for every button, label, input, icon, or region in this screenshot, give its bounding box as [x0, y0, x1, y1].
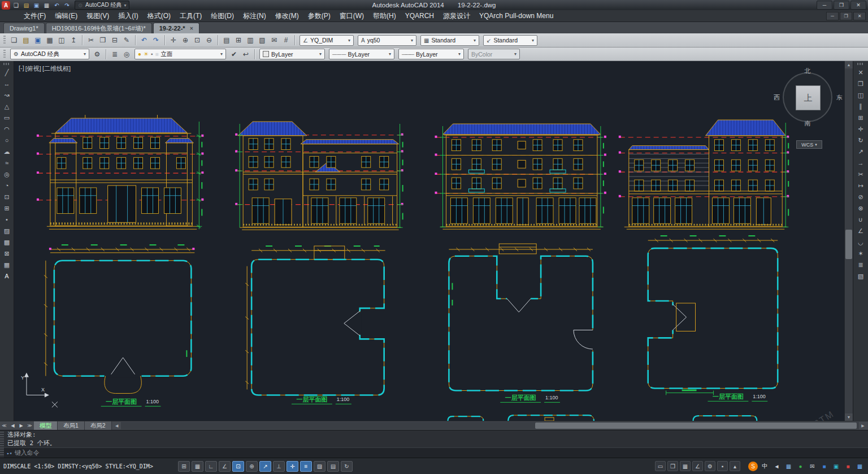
workspace-switching-icon[interactable]: ⚙ [705, 461, 715, 471]
markup-icon[interactable]: ✉ [268, 35, 280, 46]
app-blue-icon[interactable]: ■ [819, 462, 829, 471]
prev-layout-icon[interactable]: ◀ [8, 421, 17, 430]
layer-on-bulb-icon[interactable]: ● [138, 51, 141, 57]
tab-layout1[interactable]: 布局1 [58, 421, 85, 430]
scroll-left-icon[interactable]: ◀ [113, 422, 121, 429]
cut-icon[interactable]: ✂ [85, 35, 97, 46]
drawing-elevation-4[interactable] [619, 120, 789, 229]
zoom-realtime-icon[interactable]: ⊕ [180, 35, 191, 46]
text-style-combo[interactable]: A yq50 [358, 35, 416, 46]
qat-undo-icon[interactable]: ↶ [52, 1, 62, 10]
command-window-grip[interactable] [0, 432, 4, 456]
command-input[interactable]: ▸▾ 键入命令 [4, 447, 868, 458]
toolbar-grip[interactable] [857, 63, 864, 65]
first-layout-icon[interactable]: ≪ [0, 421, 8, 430]
gradient-icon[interactable]: ▩ [2, 237, 12, 247]
vertical-scrollbar[interactable]: ▲ ▼ [844, 61, 853, 421]
layer-lock-icon[interactable]: ▪ [151, 51, 153, 57]
menu-yqarch-pulldown[interactable]: YQArch Pull-down Menu [475, 10, 558, 21]
ellipse-arc-icon[interactable]: ◔ [2, 180, 12, 191]
tab-model[interactable]: 模型 [34, 421, 58, 430]
viewcube-north-label[interactable]: 北 [778, 67, 837, 75]
create-block-icon[interactable]: ⊞ [2, 203, 12, 213]
tab-19-2-22[interactable]: 19-2-22-*✕ [153, 23, 200, 33]
linetype-combo[interactable]: — — — ByLayer [329, 49, 394, 59]
speaker-icon[interactable]: ◄ [772, 462, 782, 471]
mirror-icon[interactable]: ◫ [856, 90, 866, 100]
break-icon[interactable]: ⊗ [856, 203, 866, 213]
menu-dimension[interactable]: 标注(N) [238, 10, 271, 21]
command-window[interactable]: 选择对象: 已提取 2 个环。 ▸▾ 键入命令 [0, 430, 868, 458]
autocad-logo-icon[interactable]: A [2, 1, 10, 10]
hatch-icon[interactable]: ▨ [2, 226, 12, 236]
scroll-right-icon[interactable]: ▶ [859, 422, 867, 429]
tab-hd190816[interactable]: HD190816-169特色景墙(1~6#墙)* [46, 23, 152, 33]
polygon-icon[interactable]: △ [2, 101, 12, 111]
revision-cloud-icon[interactable]: ☁ [2, 146, 12, 157]
tab-close-icon[interactable]: ✕ [190, 26, 194, 31]
qat-save-icon[interactable]: ▣ [32, 1, 41, 10]
minimize-button[interactable]: ─ [817, 1, 832, 10]
tab-layout2[interactable]: 布局2 [85, 421, 112, 430]
vertical-scroll-track[interactable] [845, 68, 853, 413]
qat-plot-icon[interactable]: ▦ [42, 1, 51, 10]
desktop-grid-icon[interactable]: ▦ [855, 462, 865, 471]
workspace-combo[interactable]: ⚙ AutoCAD 经典 [10, 49, 89, 59]
last-layout-icon[interactable]: ≫ [25, 421, 34, 430]
open-icon[interactable]: ▤ [20, 35, 32, 46]
point-icon[interactable]: • [2, 214, 12, 225]
copy-clip-icon[interactable]: ❐ [97, 35, 108, 46]
save-icon[interactable]: ▣ [32, 35, 44, 46]
qat-new-icon[interactable]: ❏ [11, 1, 21, 10]
menu-parametric[interactable]: 参数(P) [303, 10, 335, 21]
undo-icon[interactable]: ↶ [138, 35, 150, 46]
arc-icon[interactable]: ◠ [2, 124, 12, 134]
menu-window[interactable]: 窗口(W) [335, 10, 368, 21]
copy-icon[interactable]: ❐ [856, 79, 866, 89]
ime-chinese-icon[interactable]: 中 [760, 462, 770, 471]
wcs-dropdown[interactable]: WCS [796, 140, 822, 149]
table-style-combo[interactable]: ▦ Standard [420, 35, 479, 46]
viewport-visual-style-control[interactable]: [二维线框] [42, 64, 71, 73]
spline-icon[interactable]: ≈ [2, 158, 12, 168]
dyn-toggle[interactable]: ✛ [287, 461, 298, 472]
break-at-point-icon[interactable]: ⊘ [856, 192, 866, 202]
osnap-toggle[interactable]: ⊡ [232, 461, 244, 472]
next-layout-icon[interactable]: ▶ [17, 421, 25, 430]
menu-draw[interactable]: 绘图(D) [206, 10, 238, 21]
chamfer-icon[interactable]: ∠ [856, 226, 866, 236]
join-icon[interactable]: ∪ [856, 214, 866, 225]
osnap3d-toggle[interactable]: ⊕ [246, 461, 258, 472]
multileader-style-combo[interactable]: ↙ Standard [483, 35, 537, 46]
model-space-button[interactable]: ▭ [655, 461, 666, 471]
pan-icon[interactable]: ✛ [168, 35, 179, 46]
layer-properties-icon[interactable]: ≣ [109, 49, 120, 60]
viewcube[interactable]: 北 南 西 东 上 [778, 68, 837, 127]
horizontal-scrollbar[interactable]: ◀ ▶ [113, 422, 867, 429]
extend-icon[interactable]: ↦ [856, 180, 866, 191]
drawing-elevation-3[interactable] [435, 124, 606, 229]
workspace-combo-titlebar[interactable]: ⚙ AutoCAD 经典 [75, 1, 129, 10]
quick-view-layouts-icon[interactable]: ❐ [667, 461, 678, 471]
app-teal-icon[interactable]: ▣ [831, 462, 841, 471]
otrack-toggle[interactable]: ↗ [259, 461, 271, 472]
toolbar-lock-icon[interactable]: ▪ [717, 461, 728, 471]
scale-icon[interactable]: ↗ [856, 146, 866, 157]
menu-edit[interactable]: 编辑(E) [50, 10, 82, 21]
menu-view[interactable]: 视图(V) [82, 10, 114, 21]
drawing-plan-4[interactable]: 一层平面图 1:100 [648, 235, 778, 401]
ortho-toggle[interactable]: ∟ [205, 461, 217, 472]
ducs-toggle[interactable]: ⊥ [273, 461, 285, 472]
publish-icon[interactable]: ↥ [68, 35, 79, 46]
drawing-elevation-2[interactable] [235, 122, 403, 230]
multiline-text-icon[interactable]: A [2, 271, 12, 281]
drawing-plan-3[interactable]: 一层平面图 1:100 [449, 244, 592, 402]
viewcube-west-label[interactable]: 西 [774, 93, 780, 102]
workspace-settings-icon[interactable]: ⚙ [92, 49, 103, 60]
zoom-previous-icon[interactable]: ⊖ [203, 35, 215, 46]
construction-line-icon[interactable]: ↔ [2, 79, 12, 89]
horizontal-scrollbar-thumb[interactable] [535, 423, 857, 429]
drawing-area[interactable]: 一层平面图 1:100 一层平面图 [14, 61, 844, 421]
doc-minimize-icon[interactable]: ─ [826, 12, 839, 20]
vertical-scrollbar-thumb[interactable] [845, 230, 852, 259]
